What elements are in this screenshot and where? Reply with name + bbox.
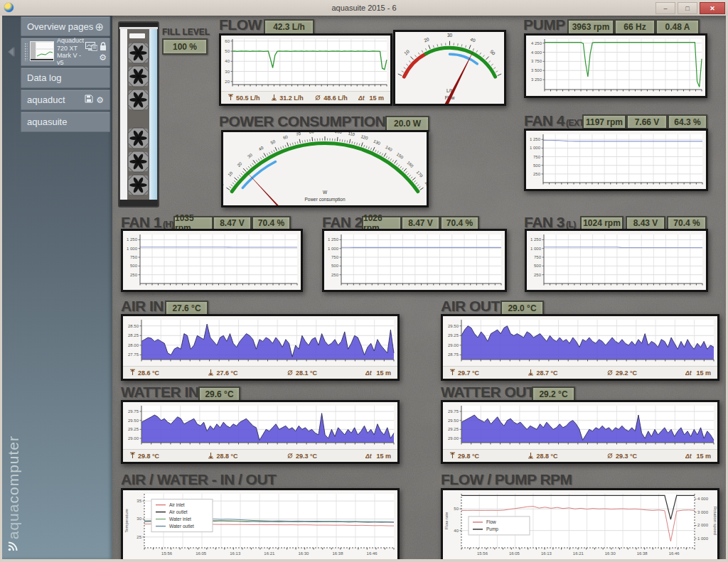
flow-value: 42.3 L/h (264, 19, 314, 35)
svg-text:Air outlet: Air outlet (169, 509, 188, 514)
device-settings-gear-icon[interactable]: ⚙ (99, 53, 107, 62)
add-page-icon[interactable]: ⊕ (95, 21, 104, 32)
overview-pages-label: Overview pages (27, 21, 93, 32)
max-icon (129, 452, 136, 460)
min-icon (208, 452, 214, 460)
power-title: POWER CONSUMPTION (219, 113, 385, 130)
svg-text:29.75: 29.75 (448, 409, 459, 414)
air_out-stat-min: 28.7 °C (528, 369, 557, 377)
svg-text:29.00: 29.00 (448, 436, 459, 441)
svg-text:4 250: 4 250 (531, 41, 542, 45)
svg-text:250: 250 (130, 273, 138, 277)
svg-text:16:21: 16:21 (573, 551, 584, 556)
svg-text:1 000: 1 000 (530, 146, 541, 150)
fan4-canvas: 1 2501 000750500250 (526, 131, 706, 189)
svg-text:Δt: Δt (685, 452, 692, 459)
min-icon (528, 369, 534, 377)
watter-out-chart-panel: 29.7529.5029.2529.00 29.8 °C28.8 °C29.3 … (441, 400, 719, 464)
svg-text:30: 30 (136, 517, 141, 521)
fan2-rpm-value: 1026 rpm (362, 216, 402, 230)
titlebar: aquasuite 2015 - 6 – □ ✕ (0, 0, 728, 16)
sidebar-device-item[interactable]: Aquaduct 720 XT Mark V - v5 ⚙ (21, 38, 110, 66)
power-gauge-panel: 0102030405060708090100110120130140150160… (221, 130, 429, 207)
pump-amp-value: 0.48 A (655, 19, 700, 35)
flow_gauge-canvas: 0102030405060L/hFlow (395, 32, 504, 104)
svg-text:16:21: 16:21 (264, 551, 275, 556)
fan2-chart: 1 2501 000750500250 (324, 231, 505, 290)
svg-text:16:30: 16:30 (298, 551, 309, 556)
air-out-chart-panel: 29.5029.2529.0028.75 29.7 °C28.7 °C29.2 … (441, 314, 719, 381)
flow-canvas: 6050403020 (221, 36, 390, 91)
fan1-percent-value: 70.4 % (252, 216, 291, 230)
save-icon[interactable] (85, 94, 93, 105)
sidebar: Overview pages ⊕ Aquaduct 720 XT (2, 16, 112, 559)
dt-icon: Δt (685, 369, 694, 377)
fan3-rpm-value: 1024 rpm (580, 216, 623, 230)
svg-text:40: 40 (454, 529, 459, 533)
overview-preview-icon[interactable] (85, 42, 97, 53)
sidebar-item-data-log[interactable]: Data log (21, 67, 110, 88)
aquaduct-settings-gear-icon[interactable]: ⚙ (96, 96, 104, 104)
max-icon (129, 369, 136, 377)
app-icon (4, 3, 14, 12)
flow-gauge: 0102030405060L/hFlow (395, 32, 504, 104)
fan1-chart-panel: 1 2501 000750500250 (121, 229, 303, 292)
svg-text:29.25: 29.25 (128, 427, 139, 431)
svg-text:1 250: 1 250 (127, 237, 138, 242)
svg-text:Δt: Δt (358, 94, 365, 101)
air-in-chart: 28.5028.2528.0027.75 (123, 316, 397, 366)
watter_in-stat-max: 29.8 °C (129, 452, 159, 460)
svg-text:500: 500 (534, 264, 542, 268)
watter_in-canvas: 29.7529.5029.2529.00 (123, 402, 397, 449)
fan4-title: FAN 4(EXT) (524, 112, 587, 129)
svg-text:250: 250 (534, 273, 542, 277)
maximize-button[interactable]: □ (678, 2, 697, 14)
fan4-chart-panel: 1 2501 000750500250 (524, 129, 708, 191)
dt-icon: Δt (685, 452, 694, 460)
lock-icon[interactable] (100, 42, 107, 53)
svg-text:29.00: 29.00 (448, 343, 459, 347)
svg-text:16:13: 16:13 (541, 551, 552, 556)
svg-text:Water outlet: Water outlet (169, 524, 194, 529)
close-button[interactable]: ✕ (700, 2, 725, 14)
max-icon (449, 369, 456, 377)
svg-text:16:46: 16:46 (669, 551, 680, 556)
fan3-chart-panel: 1 2501 000750500250 (525, 229, 708, 292)
air-out-title: AIR OUT (441, 298, 500, 315)
svg-text:4 000: 4 000 (697, 497, 709, 501)
drag-handle-icon[interactable] (24, 43, 28, 61)
avg-icon (287, 369, 294, 377)
app-window: aquasuite 2015 - 6 – □ ✕ Overview pages … (0, 0, 728, 562)
svg-text:35: 35 (136, 499, 141, 503)
svg-text:Power consumption: Power consumption (304, 197, 345, 202)
max-icon (449, 452, 456, 460)
sidebar-item-overview-pages[interactable]: Overview pages ⊕ (21, 16, 110, 36)
svg-text:28.50: 28.50 (128, 324, 139, 328)
air_out-stat-avg: 29.2 °C (606, 369, 637, 377)
svg-text:3 000: 3 000 (697, 510, 709, 514)
watter-in-title: WATTER IN (121, 384, 198, 401)
flow-chart: 6050403020 (221, 36, 390, 91)
svg-text:60: 60 (225, 39, 230, 43)
svg-text:29.25: 29.25 (448, 427, 459, 431)
svg-text:20: 20 (225, 80, 230, 84)
svg-text:28.75: 28.75 (448, 352, 459, 357)
sidebar-item-aquasuite[interactable]: aquasuite (21, 112, 110, 132)
watter-out-chart: 29.7529.5029.2529.00 (443, 402, 717, 449)
combo-temp-chart: 35302515:5616:0516:1316:2116:3016:3816:4… (123, 490, 397, 559)
fan1-volt-value: 8.47 V (213, 216, 252, 230)
watter-out-stats: 29.8 °C28.8 °C29.3 °CΔt15 m (443, 449, 717, 462)
fan2-canvas: 1 2501 000750500250 (324, 231, 505, 290)
dt-icon: Δt (365, 452, 374, 460)
fan4-rpm-value: 1197 rpm (582, 114, 626, 129)
sidebar-item-aquaduct[interactable]: aquaduct ⚙ (21, 90, 110, 110)
combo-flow-title: FLOW / PUMP RPM (441, 471, 572, 488)
svg-text:Flow rate: Flow rate (444, 512, 449, 529)
pump-rpm-value: 3963 rpm (567, 19, 614, 35)
flow-stat-avg: 48.6 L/h (314, 94, 348, 102)
watter_out-stat-avg: 29.3 °C (606, 452, 637, 460)
rss-icon[interactable] (8, 541, 18, 554)
max-icon (228, 94, 234, 102)
svg-text:1 000: 1 000 (697, 536, 709, 541)
minimize-button[interactable]: – (655, 2, 675, 14)
